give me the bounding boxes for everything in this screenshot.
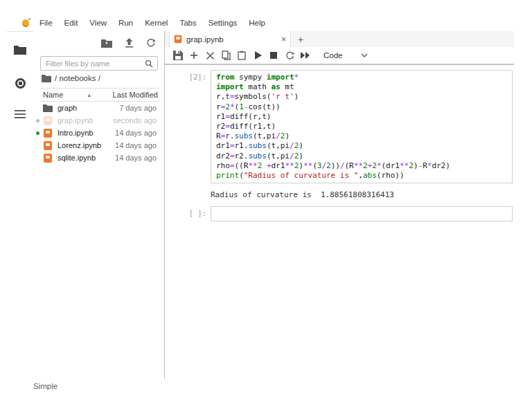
file-modified: 7 days ago [119,104,157,112]
filter-files-input[interactable] [41,60,145,68]
running-kernels-icon[interactable] [7,73,33,93]
copy-icon[interactable] [218,49,233,62]
menu-item-settings[interactable]: Settings [209,19,238,27]
run-all-icon[interactable] [298,49,313,62]
code-line: r=2*(1-cos(t)) [216,102,507,112]
code-line: dr1=r1.subs(t,pi/2) [216,141,507,151]
code-line: r,t=symbols('r t') [216,92,507,102]
code-cell: [2]: from sympy import*import math as mt… [165,70,514,183]
new-tab-button[interactable]: + [291,31,310,47]
file-row-Lorenz-ipynb[interactable]: Lorenz.ipynb14 days ago [35,139,162,152]
tab-close-icon[interactable]: × [281,35,286,44]
code-line: rho=((R**2 +dr1**2)**(3/2))/(R**2+2*(dr1… [216,161,507,171]
file-row-grap-ipynb[interactable]: grap.ipynbseconds ago [35,114,162,127]
file-row-graph[interactable]: graph7 days ago [35,102,162,114]
menu-item-kernel[interactable]: Kernel [145,19,168,27]
empty-prompt: [ ]: [165,206,211,217]
tab-bar: grap.ipynb × + [165,31,514,48]
code-line: r1=diff(r,t) [216,112,507,122]
code-line: dr2=r2.subs(t,pi/2) [216,152,507,161]
file-browser-icon[interactable] [7,39,33,60]
notebook-icon [43,140,53,150]
sort-ascending-icon[interactable]: ▲ [87,93,91,98]
file-status-dot [36,156,39,160]
refresh-icon[interactable] [145,37,157,49]
file-modified: 14 days ago [115,154,157,162]
file-modified: seconds ago [114,116,157,125]
breadcrumb-path: / notebooks / [55,74,100,82]
code-editor[interactable]: from sympy import*import math as mtr,t=s… [211,70,513,183]
file-row-Intro-ipynb[interactable]: Intro.ipynb14 days ago [35,127,162,139]
folder-icon [43,103,53,113]
code-line: from sympy import* [216,73,507,82]
notebook-content: [2]: from sympy import*import math as mt… [165,66,514,378]
empty-code-editor[interactable] [211,206,513,221]
notebook-icon [175,35,182,44]
simple-mode-toggle[interactable]: Simple [33,382,57,390]
file-name: Lorenz.ipynb [57,141,101,149]
file-browser-toolbar [100,37,157,49]
notebook-icon [43,116,53,125]
paste-icon[interactable] [234,49,249,62]
notebook-icon [43,128,53,138]
filter-files-box [40,56,158,71]
file-list-header: Name ▲ Last Modified [40,88,159,102]
menu-item-tabs[interactable]: Tabs [179,19,196,27]
upload-icon[interactable] [123,37,135,49]
file-name: grap.ipynb [57,116,93,125]
add-cell-icon[interactable] [186,49,202,62]
file-name: sqlite.ipynb [57,154,96,162]
save-icon[interactable] [170,49,186,62]
code-line: r2=diff(r1,t) [216,122,507,131]
folder-icon [42,75,51,82]
notebook-icon [43,153,53,163]
kernel-running-dot [36,131,39,135]
cell-output: Radius of curvature is 1.88561808316413 [211,190,513,199]
file-status-dot [36,107,39,110]
tab-grap-ipynb[interactable]: grap.ipynb × [169,31,291,47]
notebook-panel: grap.ipynb × + [164,31,514,378]
new-folder-icon[interactable] [100,37,113,49]
file-list: graph7 days agograp.ipynbseconds agoIntr… [35,102,162,164]
execution-prompt: [2]: [165,70,211,81]
file-status-dot [36,119,39,122]
column-header-name[interactable]: Name [43,91,63,99]
breadcrumb[interactable]: / notebooks / [42,74,100,82]
column-header-modified[interactable]: Last Modified [113,91,158,99]
jupyterlab-window: FileEditViewRunKernelTabsSettingsHelp [0,0,532,411]
status-bar: Simple [33,382,57,390]
file-status-dot [36,144,39,147]
file-modified: 14 days ago [115,141,157,149]
cell-type-value: Code [323,51,343,60]
jupyter-logo-icon [22,19,30,27]
empty-code-cell: [ ]: [165,206,514,221]
file-browser-panel: / notebooks / Name ▲ Last Modified graph… [33,31,164,378]
search-icon [145,60,153,68]
stop-icon[interactable] [266,49,281,62]
code-line: print("Radius of curvature is ",abs(rho)… [216,171,507,181]
menu-item-file[interactable]: File [39,19,53,27]
menu-item-help[interactable]: Help [249,19,265,27]
menu-bar: FileEditViewRunKernelTabsSettingsHelp [7,15,514,30]
code-line: R=r.subs(t,pi/2) [216,131,507,141]
left-sidebar [7,31,33,378]
code-line: import math as mt [216,82,507,92]
menu-item-run[interactable]: Run [118,19,133,27]
chevron-down-icon [361,53,368,57]
restart-kernel-icon[interactable] [282,49,297,62]
notebook-toolbar: Code [165,47,514,65]
file-row-sqlite-ipynb[interactable]: sqlite.ipynb14 days ago [35,152,162,164]
file-modified: 14 days ago [115,129,157,137]
run-icon[interactable] [250,49,265,62]
menu-item-view[interactable]: View [89,19,107,27]
cell-type-dropdown[interactable]: Code [323,51,368,60]
table-of-contents-icon[interactable] [7,104,33,125]
menu-items: FileEditViewRunKernelTabsSettingsHelp [39,19,265,27]
cut-icon[interactable] [202,49,218,62]
file-name: Intro.ipynb [57,129,93,137]
file-name: graph [57,104,77,112]
menu-item-edit[interactable]: Edit [64,19,78,27]
tab-title: grap.ipynb [186,35,224,44]
